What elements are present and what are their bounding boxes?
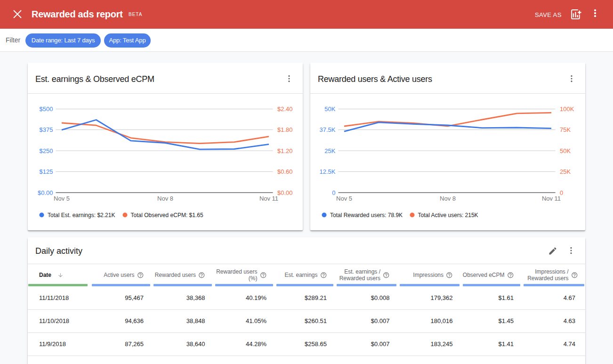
svg-text:Nov 8: Nov 8 xyxy=(157,195,173,202)
svg-text:$125: $125 xyxy=(40,168,53,175)
svg-text:Total Active users: 215K: Total Active users: 215K xyxy=(418,212,478,218)
svg-text:Nov 5: Nov 5 xyxy=(54,195,70,202)
svg-text:100K: 100K xyxy=(560,105,574,113)
svg-text:Nov 8: Nov 8 xyxy=(440,195,456,202)
svg-text:$2.40: $2.40 xyxy=(277,105,293,113)
svg-text:Total Rewarded users: 78.9K: Total Rewarded users: 78.9K xyxy=(330,212,403,218)
svg-text:Total Observed eCPM: $1.65: Total Observed eCPM: $1.65 xyxy=(131,212,203,218)
svg-text:Total Est. earnings: $2.21K: Total Est. earnings: $2.21K xyxy=(48,212,115,218)
svg-text:37.5K: 37.5K xyxy=(320,126,336,133)
svg-text:Nov 11: Nov 11 xyxy=(259,195,278,202)
svg-text:50K: 50K xyxy=(324,105,335,113)
svg-text:Nov 11: Nov 11 xyxy=(542,195,561,202)
svg-text:$500: $500 xyxy=(40,105,53,113)
svg-text:25K: 25K xyxy=(560,168,571,175)
svg-text:$0.60: $0.60 xyxy=(277,168,293,175)
svg-text:0: 0 xyxy=(332,189,335,196)
svg-text:50K: 50K xyxy=(560,147,571,154)
svg-text:$375: $375 xyxy=(40,126,53,133)
svg-text:Nov 5: Nov 5 xyxy=(336,195,352,202)
svg-text:$1.80: $1.80 xyxy=(277,126,293,133)
svg-text:$0.00: $0.00 xyxy=(277,189,293,196)
svg-text:$1.20: $1.20 xyxy=(277,147,293,154)
svg-text:25K: 25K xyxy=(324,147,335,154)
svg-text:75K: 75K xyxy=(560,126,571,133)
svg-text:$250: $250 xyxy=(40,147,53,154)
svg-text:12.5K: 12.5K xyxy=(320,168,336,175)
svg-text:$0.00: $0.00 xyxy=(38,189,53,196)
